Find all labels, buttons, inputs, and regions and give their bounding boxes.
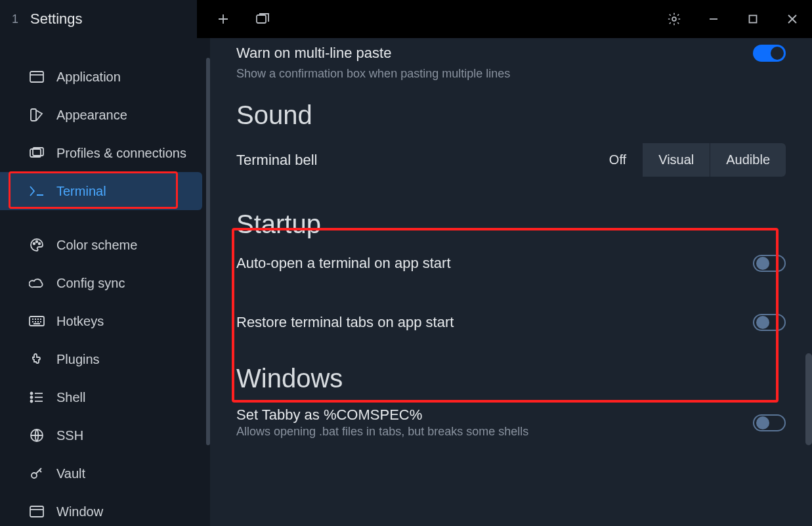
- terminal-icon: [29, 183, 45, 199]
- globe-icon: [29, 427, 45, 443]
- svg-rect-4: [31, 109, 36, 121]
- titlebar-strip: [197, 0, 812, 38]
- seg-option-off[interactable]: Off: [593, 143, 642, 177]
- sidebar-item-label: Profiles & connections: [56, 146, 186, 161]
- svg-rect-2: [750, 16, 757, 23]
- sidebar-item-label: SSH: [56, 428, 83, 443]
- key-icon: [29, 466, 45, 481]
- titlebar: 1 Settings: [0, 0, 812, 38]
- sidebar-item-label: Config sync: [56, 276, 125, 291]
- cloud-icon: [29, 275, 45, 291]
- svg-rect-3: [30, 72, 43, 82]
- sidebar-item-hotkeys[interactable]: Hotkeys: [0, 302, 210, 340]
- sidebar-item-configsync[interactable]: Config sync: [0, 264, 210, 302]
- palette-icon: [29, 237, 45, 253]
- sidebar-item-label: Plugins: [56, 352, 100, 367]
- section-windows: Windows: [236, 364, 786, 393]
- setting-terminal-bell-label: Terminal bell: [236, 152, 318, 169]
- seg-option-audible[interactable]: Audible: [710, 143, 786, 177]
- list-icon: [29, 389, 45, 405]
- sidebar-item-appearance[interactable]: Appearance: [0, 96, 210, 134]
- toggle-auto-open[interactable]: [753, 255, 786, 272]
- setting-title: Warn on multi-line paste: [236, 45, 391, 62]
- sidebar-item-plugins[interactable]: Plugins: [0, 340, 210, 378]
- tab-settings[interactable]: 1 Settings: [0, 0, 197, 38]
- toggle-restore-tabs[interactable]: [753, 314, 786, 331]
- svg-point-13: [31, 401, 33, 403]
- window-icon: [29, 504, 45, 519]
- panels-icon: [29, 145, 45, 161]
- setting-comspec-title: Set Tabby as %COMSPEC%: [236, 406, 528, 424]
- setting-warn-paste: Warn on multi-line paste: [236, 38, 786, 66]
- segmented-terminal-bell: Off Visual Audible: [593, 143, 786, 177]
- sidebar-item-vault[interactable]: Vault: [0, 454, 210, 493]
- swatch-icon: [29, 107, 45, 123]
- sidebar-item-label: Vault: [56, 466, 85, 481]
- sidebar-item-application[interactable]: Application: [0, 58, 210, 96]
- keyboard-icon: [29, 313, 45, 329]
- tab-index: 1: [12, 12, 18, 26]
- content-scrollbar[interactable]: [805, 353, 812, 445]
- new-tab-button[interactable]: [203, 0, 243, 38]
- sidebar-item-colorscheme[interactable]: Color scheme: [0, 226, 210, 264]
- tabs-dropdown-button[interactable]: [243, 0, 282, 38]
- svg-point-11: [31, 393, 33, 395]
- sidebar-item-label: Hotkeys: [56, 314, 104, 329]
- sidebar-item-label: Terminal: [56, 184, 106, 199]
- svg-point-12: [31, 397, 33, 399]
- setting-comspec-desc: Allows opening .bat files in tabs, but b…: [236, 425, 528, 439]
- sidebar-item-terminal[interactable]: Terminal: [0, 172, 202, 210]
- svg-point-9: [39, 243, 41, 245]
- sidebar-item-label: Appearance: [56, 108, 127, 123]
- settings-gear-button[interactable]: [654, 0, 694, 38]
- sidebar-item-label: Color scheme: [56, 238, 137, 253]
- svg-point-15: [32, 473, 37, 478]
- sidebar-item-label: Application: [56, 70, 121, 85]
- minimize-button[interactable]: [694, 0, 733, 38]
- sidebar-item-label: Shell: [56, 390, 85, 405]
- tab-title: Settings: [30, 11, 83, 28]
- sidebar-item-ssh[interactable]: SSH: [0, 416, 210, 454]
- setting-restore-tabs-label: Restore terminal tabs on app start: [236, 314, 454, 331]
- close-button[interactable]: [773, 0, 812, 38]
- sidebar-item-shell[interactable]: Shell: [0, 378, 210, 416]
- toggle-comspec[interactable]: [753, 414, 786, 431]
- section-sound: Sound: [236, 100, 786, 130]
- seg-option-visual[interactable]: Visual: [643, 143, 710, 177]
- sidebar-item-profiles[interactable]: Profiles & connections: [0, 134, 210, 172]
- setting-desc: Show a confirmation box when pasting mul…: [236, 67, 786, 81]
- sidebar-item-window[interactable]: Window: [0, 493, 210, 526]
- svg-rect-16: [30, 506, 43, 517]
- puzzle-icon: [29, 351, 45, 367]
- content-pane: Warn on multi-line paste Show a confirma…: [210, 38, 812, 526]
- sidebar-item-label: Window: [56, 504, 103, 519]
- section-startup: Startup: [236, 209, 786, 239]
- maximize-button[interactable]: [733, 0, 773, 38]
- svg-point-7: [33, 243, 35, 245]
- svg-rect-0: [257, 15, 266, 23]
- window-icon: [29, 69, 45, 85]
- sidebar: Application Appearance Profiles & connec…: [0, 38, 210, 526]
- svg-point-8: [36, 241, 38, 243]
- toggle-warn-paste[interactable]: [753, 45, 786, 62]
- setting-auto-open-label: Auto-open a terminal on app start: [236, 255, 451, 272]
- svg-point-1: [672, 17, 676, 21]
